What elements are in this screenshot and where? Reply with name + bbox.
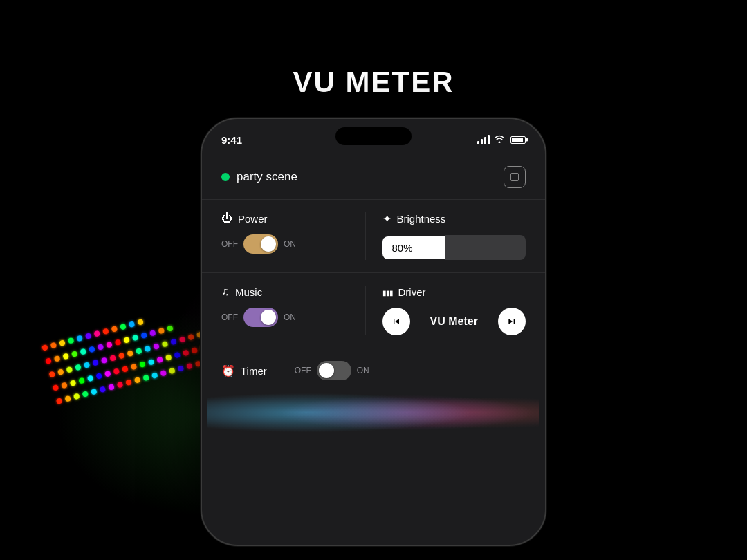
power-off-label: OFF bbox=[221, 239, 238, 249]
power-on-label: ON bbox=[284, 239, 296, 249]
driver-label-text: Driver bbox=[398, 286, 426, 298]
timer-toggle-thumb bbox=[319, 363, 334, 378]
music-driver-row: Music OFF ON Driver bbox=[202, 273, 545, 348]
driver-icon bbox=[382, 286, 393, 298]
phone-screen: 9:41 bbox=[202, 119, 545, 545]
driver-controls: VU Meter bbox=[382, 308, 526, 335]
music-toggle-row: OFF ON bbox=[221, 308, 365, 327]
scene-info: party scene bbox=[221, 170, 297, 184]
brightness-value: 80% bbox=[392, 242, 413, 254]
timer-label-text: Timer bbox=[241, 365, 267, 377]
driver-prev-button[interactable] bbox=[382, 308, 410, 335]
brightness-section: Brightness 80% bbox=[365, 212, 526, 260]
power-label: Power bbox=[221, 212, 365, 225]
phone-notch bbox=[335, 127, 412, 145]
power-toggle-row: OFF ON bbox=[221, 234, 365, 254]
brightness-icon bbox=[382, 212, 391, 225]
music-toggle-thumb bbox=[261, 310, 276, 325]
status-time: 9:41 bbox=[221, 134, 242, 146]
wifi-icon bbox=[494, 135, 505, 145]
color-blob bbox=[208, 385, 540, 440]
scene-header: party scene bbox=[202, 153, 545, 200]
brightness-label-text: Brightness bbox=[397, 213, 446, 225]
scene-name: party scene bbox=[237, 170, 297, 184]
music-label: Music bbox=[221, 286, 365, 298]
driver-label: Driver bbox=[382, 286, 526, 298]
timer-label: Timer bbox=[221, 364, 267, 377]
timer-on-label: ON bbox=[357, 366, 369, 375]
power-brightness-row: Power OFF ON Brightness bbox=[202, 200, 545, 273]
stop-button[interactable] bbox=[504, 166, 526, 188]
driver-next-button[interactable] bbox=[498, 308, 526, 335]
music-label-text: Music bbox=[235, 286, 262, 298]
status-icons bbox=[477, 135, 526, 145]
power-toggle[interactable] bbox=[243, 234, 278, 254]
music-section: Music OFF ON bbox=[221, 286, 365, 335]
power-toggle-thumb bbox=[261, 236, 276, 252]
music-on-label: ON bbox=[284, 312, 296, 322]
music-off-label: OFF bbox=[221, 312, 238, 322]
brightness-value-box: 80% bbox=[382, 236, 445, 259]
timer-section: Timer OFF ON bbox=[202, 348, 545, 393]
power-section: Power OFF ON bbox=[221, 212, 365, 260]
power-icon bbox=[221, 212, 232, 225]
timer-icon bbox=[221, 364, 235, 377]
scene-active-dot bbox=[221, 173, 230, 181]
app-content: party scene Power OFF bbox=[202, 153, 545, 545]
battery-icon bbox=[510, 136, 526, 144]
timer-toggle-row: OFF ON bbox=[295, 361, 369, 380]
stop-icon bbox=[510, 173, 519, 181]
brightness-track[interactable] bbox=[445, 235, 526, 260]
brightness-slider[interactable]: 80% bbox=[382, 235, 526, 260]
brightness-label: Brightness bbox=[382, 212, 526, 225]
phone-frame: 9:41 bbox=[201, 118, 546, 546]
driver-current-name: VU Meter bbox=[430, 315, 478, 328]
page-title: VU METER bbox=[0, 66, 747, 99]
timer-off-label: OFF bbox=[295, 366, 311, 375]
power-label-text: Power bbox=[238, 213, 268, 225]
signal-icon bbox=[477, 135, 490, 144]
driver-section: Driver VU Meter bbox=[365, 286, 526, 335]
timer-toggle[interactable] bbox=[317, 361, 351, 380]
music-toggle[interactable] bbox=[243, 308, 278, 327]
music-icon bbox=[221, 286, 230, 298]
